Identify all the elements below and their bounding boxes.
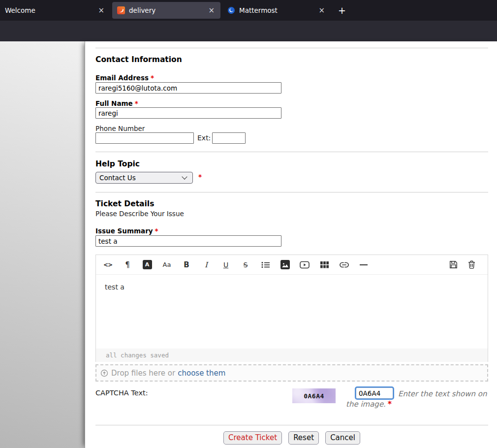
contact-information-heading: Contact Information [95,55,182,64]
dropzone-text: Drop files here or [111,369,175,378]
tab-mattermost-label: Mattermost [239,6,316,14]
captcha-image: 0A6A4 [292,388,336,403]
captcha-input[interactable] [356,387,393,399]
ext-label: Ext: [197,134,211,142]
help-topic-heading: Help Topic [95,160,140,168]
rich-text-editor: <> ¶ A Aa B I U S [95,255,488,362]
browser-window: Welcome × delivery × Mattermost × [0,0,497,448]
cancel-button[interactable]: Cancel [325,431,360,445]
ticket-details-heading: Ticket Details [95,199,154,208]
tab-delivery-close-icon[interactable]: × [206,6,217,15]
choose-files-link[interactable]: choose them [178,369,225,378]
horizontal-rule-icon[interactable] [354,256,373,274]
required-marker: * [151,74,154,82]
help-topic-select[interactable]: Contact Us [95,172,193,184]
editor-content[interactable]: test a [96,275,488,349]
required-marker: * [198,173,202,181]
divider-top [95,48,488,48]
editor-save-status: all changes saved [96,349,488,362]
tab-welcome-close-icon[interactable]: × [96,6,106,15]
bullet-list-icon[interactable] [255,256,275,274]
new-tab-button[interactable]: + [336,4,348,17]
required-marker: * [155,227,158,235]
divider-help-topic [95,192,488,192]
tab-mattermost[interactable]: Mattermost × [222,0,331,21]
bold-icon[interactable]: B [177,256,196,274]
issue-summary-label: Issue Summary* [95,227,158,235]
tab-delivery-label: delivery [129,6,206,14]
phone-label: Phone Number [95,125,145,132]
required-marker: * [388,400,392,409]
font-size-icon[interactable]: Aa [157,256,177,274]
upload-icon [100,369,108,377]
page-content: Contact Information Email Address* Full … [0,41,497,448]
editor-toolbar: <> ¶ A Aa B I U S [96,255,488,275]
divider-bottom [95,425,488,425]
create-ticket-button[interactable]: Create Ticket [223,431,282,445]
tab-bar: Welcome × delivery × Mattermost × [0,0,497,21]
issue-summary-field[interactable] [95,235,281,247]
mattermost-favicon-icon [227,6,235,14]
captcha-note-line2: the image.* [346,400,392,409]
divider-contact [95,152,488,152]
full-name-field[interactable] [95,107,281,119]
form-buttons: Create Ticket Reset Cancel [95,431,488,445]
chevron-down-icon [182,174,187,179]
osticket-favicon-icon [117,6,125,14]
insert-table-icon[interactable] [314,256,334,274]
help-topic-selected-value: Contact Us [96,174,183,182]
italic-icon[interactable]: I [196,256,216,274]
strikethrough-icon[interactable]: S [236,256,255,274]
required-marker: * [135,99,138,107]
phone-field[interactable] [95,132,194,144]
captcha-note-line1: Enter the text shown on [398,389,487,398]
underline-icon[interactable]: U [216,256,236,274]
paragraph-format-icon[interactable]: ¶ [118,256,137,274]
reset-button[interactable]: Reset [288,431,319,445]
email-field[interactable] [95,82,281,94]
captcha-label: CAPTCHA Text: [95,389,148,397]
tab-mattermost-close-icon[interactable]: × [316,6,327,15]
ticket-details-subheading: Please Describe Your Issue [95,210,184,218]
insert-video-icon[interactable] [295,256,314,274]
insert-link-icon[interactable] [334,256,354,274]
tab-welcome[interactable]: Welcome × [0,0,106,21]
text-style-icon[interactable]: A [137,256,157,274]
file-dropzone[interactable]: Drop files here or choose them [95,364,488,382]
email-label: Email Address* [95,74,154,82]
delete-draft-icon[interactable] [463,256,481,274]
tab-welcome-label: Welcome [5,6,96,14]
full-name-label: Full Name* [95,99,138,107]
navigation-toolbar: helpdesk.delivery.htb/open.php ☆ [0,21,497,41]
save-draft-icon[interactable] [444,256,463,274]
ext-field[interactable] [212,132,246,144]
html-code-icon[interactable]: <> [98,256,118,274]
tab-delivery[interactable]: delivery × [112,2,220,19]
page-left-gutter [0,41,85,448]
insert-image-icon[interactable] [275,256,295,274]
open-ticket-form: Contact Information Email Address* Full … [85,41,497,448]
